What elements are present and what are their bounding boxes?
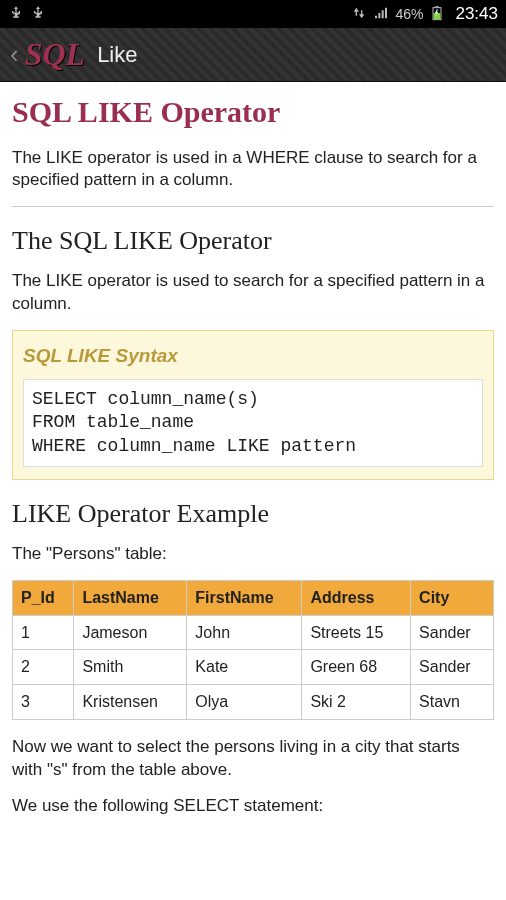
table-cell: Kristensen <box>74 684 187 719</box>
table-cell: Jameson <box>74 615 187 650</box>
heading-operator: The SQL LIKE Operator <box>12 223 494 258</box>
back-icon[interactable]: ‹ <box>10 39 19 70</box>
table-cell: Kate <box>187 650 302 685</box>
page-title: Like <box>97 42 137 68</box>
table-header: City <box>411 581 494 616</box>
battery-label: 46% <box>395 6 423 22</box>
svg-rect-1 <box>435 6 439 7</box>
app-logo[interactable]: SQL <box>25 36 85 73</box>
table-row: 2SmithKateGreen 68Sander <box>13 650 494 685</box>
table-header: FirstName <box>187 581 302 616</box>
table-cell: John <box>187 615 302 650</box>
table-cell: 2 <box>13 650 74 685</box>
persons-table: P_IdLastNameFirstNameAddressCity 1Jameso… <box>12 580 494 719</box>
svg-rect-2 <box>434 13 441 19</box>
divider <box>12 206 494 207</box>
usb-icon <box>8 5 24 24</box>
table-cell: Smith <box>74 650 187 685</box>
table-header: LastName <box>74 581 187 616</box>
table-cell: Green 68 <box>302 650 411 685</box>
content-scroll[interactable]: SQL LIKE Operator The LIKE operator is u… <box>0 82 506 842</box>
heading-main: SQL LIKE Operator <box>12 92 494 133</box>
updown-icon <box>351 5 367 24</box>
battery-icon <box>429 5 445 24</box>
syntax-title: SQL LIKE Syntax <box>23 343 483 369</box>
status-bar: 46% 23:43 <box>0 0 506 28</box>
table-cell: Sander <box>411 650 494 685</box>
operator-desc: The LIKE operator is used to search for … <box>12 270 494 316</box>
table-row: 1JamesonJohnStreets 15Sander <box>13 615 494 650</box>
table-cell: Olya <box>187 684 302 719</box>
table-header: Address <box>302 581 411 616</box>
table-cell: 1 <box>13 615 74 650</box>
table-cell: Streets 15 <box>302 615 411 650</box>
table-header: P_Id <box>13 581 74 616</box>
syntax-box: SQL LIKE Syntax SELECT column_name(s) FR… <box>12 330 494 480</box>
syntax-code: SELECT column_name(s) FROM table_name WH… <box>23 379 483 467</box>
intro-text: The LIKE operator is used in a WHERE cla… <box>12 147 494 193</box>
clock: 23:43 <box>455 4 498 24</box>
app-bar: ‹ SQL Like <box>0 28 506 82</box>
table-cell: 3 <box>13 684 74 719</box>
example-intro: The "Persons" table: <box>12 543 494 566</box>
heading-example: LIKE Operator Example <box>12 496 494 531</box>
signal-icon <box>373 5 389 24</box>
example-p2: We use the following SELECT statement: <box>12 795 494 818</box>
usb-icon <box>30 5 46 24</box>
table-row: 3KristensenOlyaSki 2Stavn <box>13 684 494 719</box>
table-cell: Ski 2 <box>302 684 411 719</box>
table-cell: Stavn <box>411 684 494 719</box>
table-cell: Sander <box>411 615 494 650</box>
example-p1: Now we want to select the persons living… <box>12 736 494 782</box>
